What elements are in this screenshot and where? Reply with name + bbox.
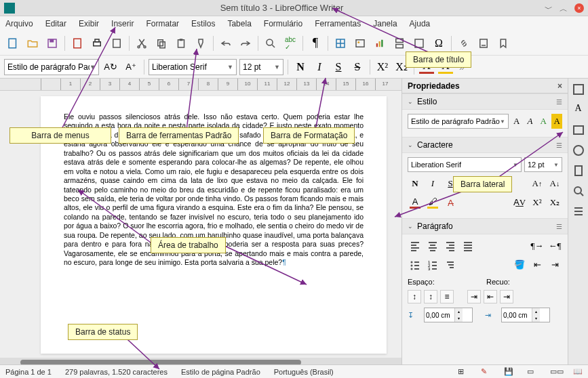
font-name-combo[interactable]: Liberation Serif▼	[149, 59, 237, 75]
sb-style-new-icon[interactable]: A	[511, 114, 522, 129]
tab-properties-icon[interactable]	[572, 83, 585, 96]
underline-button[interactable]: S	[330, 59, 347, 75]
table-icon[interactable]	[332, 35, 349, 52]
sb-style-update-icon[interactable]: A	[525, 114, 536, 129]
panel-style-header[interactable]: ⌄Estilo☰	[402, 93, 568, 110]
menu-tabela[interactable]: Tabela	[227, 19, 251, 28]
find-icon[interactable]	[262, 35, 279, 52]
menu-janela[interactable]: Janela	[373, 19, 397, 28]
sb-sub[interactable]: X₂	[547, 195, 562, 210]
indent-left-spinner[interactable]: ▴▾	[501, 308, 550, 322]
print-preview-icon[interactable]	[108, 35, 125, 52]
sb-style-edit-icon[interactable]: A	[538, 114, 549, 129]
menu-exibir[interactable]: Exibir	[79, 19, 99, 28]
menu-formulario[interactable]: Formulário	[264, 19, 302, 28]
sb-size-combo[interactable]: 12 pt▼	[524, 157, 562, 172]
sb-style-combo[interactable]: Estilo de parágrafo Padrão▼	[408, 114, 509, 129]
undo-icon[interactable]	[217, 35, 235, 52]
status-sig-icon[interactable]: ✎	[481, 367, 490, 377]
tab-styles-icon[interactable]: A	[572, 103, 585, 117]
para-style-combo[interactable]: Estilo de parágrafo Padrão▼	[4, 59, 99, 75]
new-style-icon[interactable]: A⁺	[122, 58, 140, 76]
status-words[interactable]: 279 palavras, 1.520 caracteres	[65, 368, 168, 376]
minimize-button[interactable]: ﹀	[545, 3, 554, 13]
special-char-icon[interactable]: Ω	[430, 35, 448, 52]
sb-font-combo[interactable]: Liberation Serif▼	[408, 157, 522, 172]
sb-spacing[interactable]: A͟V	[512, 195, 527, 210]
close-button[interactable]: ×	[574, 3, 584, 13]
menu-formatar[interactable]: Formatar	[146, 19, 179, 28]
redo-icon[interactable]	[237, 35, 254, 52]
menu-arquivo[interactable]: Arquivo	[5, 19, 33, 28]
sb-shrink[interactable]: A↓	[547, 176, 562, 191]
tab-page-icon[interactable]	[572, 164, 585, 177]
view-book-icon[interactable]: 📖	[573, 367, 583, 377]
sb-grow[interactable]: A↑	[530, 176, 545, 191]
sb-color[interactable]: A	[408, 195, 423, 210]
status-insert-icon[interactable]: ⊞	[458, 367, 467, 377]
image-icon[interactable]	[351, 35, 369, 52]
save-icon[interactable]	[43, 35, 61, 52]
space-above-spinner[interactable]: ▴▾	[424, 308, 473, 322]
sb-italic[interactable]: I	[425, 176, 440, 191]
print-icon[interactable]	[88, 35, 106, 52]
tab-gallery-icon[interactable]	[572, 123, 585, 137]
bookmark-icon[interactable]	[494, 35, 512, 52]
menu-editar[interactable]: Editar	[45, 19, 66, 28]
outline-icon[interactable]	[443, 257, 458, 272]
hyperlink-icon[interactable]	[455, 35, 473, 52]
ind-inc-icon[interactable]: ⇥	[467, 290, 481, 303]
menu-ajuda[interactable]: Ajuda	[410, 19, 431, 28]
strike-button[interactable]: S	[349, 59, 366, 75]
menu-ferramentas[interactable]: Ferramentas	[315, 19, 361, 28]
sp-inc-icon[interactable]: ↕	[408, 290, 421, 303]
status-page[interactable]: Página 1 de 1	[5, 368, 52, 376]
align-justify-icon[interactable]	[460, 238, 475, 253]
sb-clear[interactable]: A̶	[443, 195, 458, 210]
horizontal-ruler[interactable]: 1234567891011121314151617	[0, 79, 401, 91]
view-multi-icon[interactable]: ▭▭	[550, 367, 560, 377]
sidebar-close-icon[interactable]: ×	[557, 81, 562, 91]
cut-icon[interactable]	[133, 35, 151, 52]
bg-color-icon[interactable]: 🪣	[512, 257, 527, 272]
sb-hilite[interactable]: 🖊	[425, 195, 440, 210]
sb-style-hilite-icon[interactable]: A	[551, 114, 562, 129]
status-save-icon[interactable]: 💾	[504, 367, 513, 377]
align-center-icon[interactable]	[425, 238, 440, 253]
bold-button[interactable]: N	[292, 59, 309, 75]
ltr-icon[interactable]: ¶→	[530, 238, 545, 253]
chart-icon[interactable]	[371, 35, 389, 52]
panel-char-header[interactable]: ⌄Caractere☰	[402, 137, 568, 153]
nonprinting-icon[interactable]: ¶	[307, 35, 324, 52]
numbering-icon[interactable]: 123	[425, 257, 440, 272]
copy-icon[interactable]	[153, 35, 170, 52]
update-style-icon[interactable]: A↻	[102, 58, 119, 76]
superscript-button[interactable]: X²	[374, 59, 391, 75]
panel-para-header[interactable]: ⌄Parágrafo☰	[402, 218, 568, 234]
tab-inspect-icon[interactable]	[572, 184, 585, 198]
menu-inserir[interactable]: Inserir	[111, 19, 134, 28]
tab-navigator-icon[interactable]	[572, 144, 585, 157]
sb-bold[interactable]: N	[408, 176, 423, 191]
align-left-icon[interactable]	[408, 238, 423, 253]
pagebreak-icon[interactable]	[391, 35, 408, 52]
indent-inc-icon[interactable]: ⇥	[547, 257, 562, 272]
font-size-combo[interactable]: 12 pt▼	[239, 59, 283, 75]
export-pdf-icon[interactable]	[68, 35, 86, 52]
clone-format-icon[interactable]	[192, 35, 210, 52]
new-icon[interactable]	[4, 35, 22, 52]
italic-button[interactable]: I	[311, 59, 328, 75]
status-page-style[interactable]: Estilo de página Padrão	[181, 368, 260, 376]
indent-dec-icon[interactable]: ⇤	[530, 257, 545, 272]
bullets-icon[interactable]	[408, 257, 423, 272]
rtl-icon[interactable]: ←¶	[547, 238, 562, 253]
maximize-button[interactable]: ︿	[560, 3, 569, 13]
align-right-icon[interactable]	[443, 238, 458, 253]
sb-sup[interactable]: X²	[530, 195, 545, 210]
ind-dec-icon[interactable]: ⇤	[484, 290, 497, 303]
view-single-icon[interactable]: ▭	[527, 367, 536, 377]
menu-estilos[interactable]: Estilos	[191, 19, 215, 28]
ls-icon[interactable]: ≡	[440, 290, 454, 303]
ind-first-icon[interactable]: ⇥	[500, 290, 513, 303]
field-icon[interactable]	[410, 35, 428, 52]
